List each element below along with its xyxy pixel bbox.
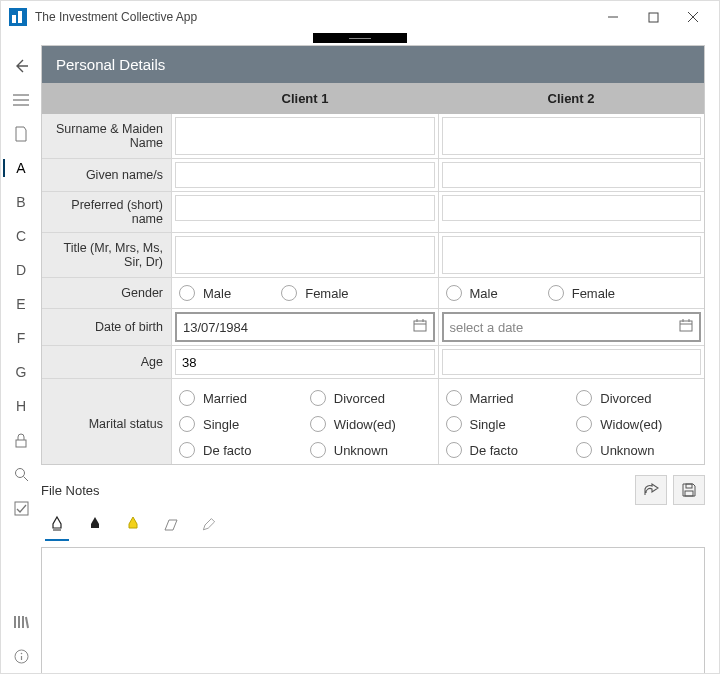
back-button[interactable] [1,49,41,83]
label-gender: Gender [42,278,172,308]
surname-input-c2[interactable] [442,117,702,155]
marital-widowed-c1[interactable]: Widow(ed) [310,416,431,432]
svg-line-9 [23,476,28,481]
checkbox-icon[interactable] [1,491,41,525]
label-age: Age [42,346,172,378]
page-icon[interactable] [1,117,41,151]
card-header: Personal Details [42,46,704,83]
row-gender: Gender Male Female Male Female [42,277,704,308]
svg-rect-26 [686,484,692,488]
title-input-c2[interactable] [442,236,702,274]
app-window: The Investment Collective App A B C D E … [0,0,720,674]
marital-divorced-c1[interactable]: Divorced [310,390,431,406]
dob-input-c1[interactable]: 13/07/1984 [175,312,435,342]
marital-single-c2[interactable]: Single [446,416,567,432]
title-input-c1[interactable] [175,236,435,274]
label-dob: Date of birth [42,309,172,345]
marital-defacto-c2[interactable]: De facto [446,442,567,458]
sidebar-item-g[interactable]: G [1,355,41,389]
pencil-tool-icon[interactable] [199,513,219,537]
save-button[interactable] [673,475,705,505]
marital-widowed-c2[interactable]: Widow(ed) [576,416,697,432]
marital-defacto-c1[interactable]: De facto [179,442,300,458]
row-title: Title (Mr, Mrs, Ms, Sir, Dr) [42,232,704,277]
app-title: The Investment Collective App [35,10,593,24]
sidebar-item-c[interactable]: C [1,219,41,253]
label-preferred: Preferred (short) name [42,192,172,232]
search-icon[interactable] [1,457,41,491]
app-icon [9,8,27,26]
row-dob: Date of birth 13/07/1984 select a date [42,308,704,345]
close-button[interactable] [673,3,713,31]
sidebar-item-b[interactable]: B [1,185,41,219]
library-icon[interactable] [1,605,41,639]
sidebar: A B C D E F G H [1,45,41,673]
gender-female-c1[interactable]: Female [281,285,348,301]
svg-rect-1 [649,13,658,22]
label-surname: Surname & Maiden Name [42,114,172,158]
row-age: Age [42,345,704,378]
given-input-c1[interactable] [175,162,435,188]
info-icon[interactable] [1,639,41,673]
sidebar-item-a[interactable]: A [1,151,41,185]
main-area: A B C D E F G H Personal Details Client … [1,45,719,673]
sidebar-item-e[interactable]: E [1,287,41,321]
label-marital: Marital status [42,379,172,464]
highlighter-tool-icon[interactable] [123,513,143,537]
grab-handle[interactable] [313,33,407,43]
column-header-client1: Client 1 [172,83,438,114]
form-body: Surname & Maiden Name Given name/s Prefe… [42,114,704,464]
eraser-tool-icon[interactable] [161,513,181,537]
notes-toolbar [41,513,705,539]
row-surname: Surname & Maiden Name [42,114,704,158]
svg-point-8 [15,468,24,477]
svg-rect-7 [16,440,26,447]
sidebar-item-d[interactable]: D [1,253,41,287]
svg-rect-22 [680,321,692,331]
dob-input-c2[interactable]: select a date [442,312,702,342]
calendar-icon [413,319,427,335]
content: Personal Details Client 1 Client 2 Surna… [41,45,719,673]
file-notes-section: File Notes [41,475,705,673]
title-bar: The Investment Collective App [1,1,719,33]
age-input-c1[interactable] [175,349,435,375]
label-given: Given name/s [42,159,172,191]
svg-rect-18 [414,321,426,331]
sidebar-item-f[interactable]: F [1,321,41,355]
preferred-input-c1[interactable] [175,195,435,221]
notes-canvas[interactable] [41,547,705,673]
marital-single-c1[interactable]: Single [179,416,300,432]
age-input-c2[interactable] [442,349,702,375]
calendar-icon [679,319,693,335]
marital-married-c1[interactable]: Married [179,390,300,406]
svg-point-16 [20,652,22,654]
pen-tool-2-icon[interactable] [85,513,105,537]
marital-divorced-c2[interactable]: Divorced [576,390,697,406]
gender-male-c1[interactable]: Male [179,285,231,301]
sidebar-item-h[interactable]: H [1,389,41,423]
share-button[interactable] [635,475,667,505]
column-header-client2: Client 2 [438,83,704,114]
row-preferred: Preferred (short) name [42,191,704,232]
marital-unknown-c1[interactable]: Unknown [310,442,431,458]
svg-line-14 [26,617,28,628]
given-input-c2[interactable] [442,162,702,188]
svg-rect-27 [685,491,693,496]
svg-rect-10 [15,502,28,515]
personal-details-card: Personal Details Client 1 Client 2 Surna… [41,45,705,465]
column-header-row: Client 1 Client 2 [42,83,704,114]
gender-male-c2[interactable]: Male [446,285,498,301]
gender-female-c2[interactable]: Female [548,285,615,301]
hamburger-menu-icon[interactable] [1,83,41,117]
preferred-input-c2[interactable] [442,195,702,221]
lock-icon[interactable] [1,423,41,457]
minimize-button[interactable] [593,3,633,31]
marital-unknown-c2[interactable]: Unknown [576,442,697,458]
maximize-button[interactable] [633,3,673,31]
surname-input-c1[interactable] [175,117,435,155]
row-marital: Marital status Married Divorced Single W… [42,378,704,464]
pen-tool-1-icon[interactable] [47,513,67,537]
marital-married-c2[interactable]: Married [446,390,567,406]
file-notes-title: File Notes [41,483,629,498]
row-given: Given name/s [42,158,704,191]
